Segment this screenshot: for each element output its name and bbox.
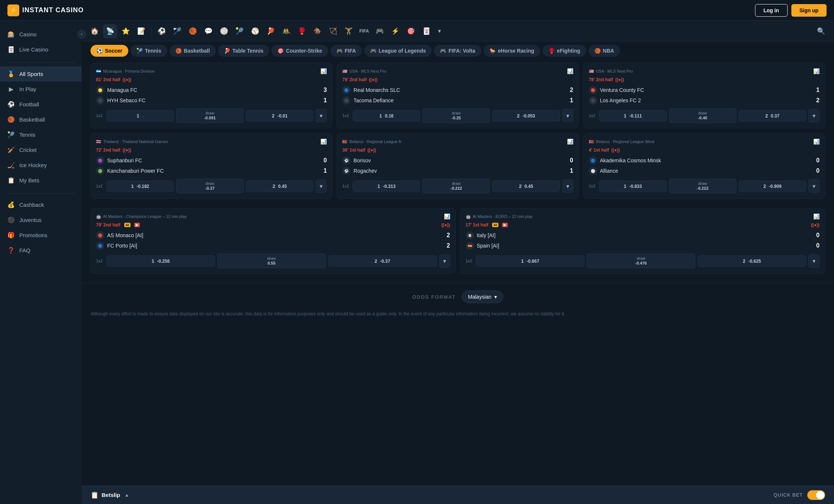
- tab-tennis[interactable]: 🎾 Tennis: [131, 45, 167, 57]
- sidebar-item-casino[interactable]: 🎰 Casino: [0, 27, 82, 42]
- odd2-m4[interactable]: 2 0.45: [246, 180, 313, 192]
- tab-ehorse[interactable]: 🐎 eHorse Racing: [484, 45, 540, 57]
- team1-score-m7: 2: [447, 232, 450, 239]
- match-card-m1: 🇳🇮 Nicaragua · Primera Division 📊 81' 2n…: [90, 63, 332, 129]
- sidebar-item-ice-hockey[interactable]: 🏒 Ice Hockey: [0, 158, 82, 173]
- betslip-left[interactable]: 📋 Betslip ▲: [90, 491, 129, 499]
- sidebar-item-all-sports[interactable]: 🏅 All Sports: [0, 66, 82, 82]
- odds-more-m7[interactable]: ▾: [439, 254, 450, 268]
- odd2-m5[interactable]: 2 0.45: [492, 180, 560, 192]
- sidebar-item-promotions[interactable]: 🎁 Promotions: [0, 228, 82, 243]
- match-card-m6: 🇧🇾 Belarus · Regional League West 📊 4' 1…: [583, 133, 825, 199]
- tab-fifa-volta[interactable]: 🎮 FIFA: Volta: [434, 45, 481, 57]
- odds-more-m2[interactable]: ▾: [562, 109, 573, 122]
- nav-icon-archery[interactable]: 🏹: [326, 24, 340, 38]
- odds-format-select[interactable]: Malaysian ▾: [462, 291, 503, 303]
- tab-efighting[interactable]: 🥊 eFighting: [543, 45, 586, 57]
- odd2-m6[interactable]: 2 -0.909: [739, 180, 806, 192]
- nav-icon-tennis[interactable]: 🎾: [233, 24, 247, 38]
- tab-soccer[interactable]: ⚽ Soccer: [90, 45, 128, 57]
- odd-draw-m7[interactable]: draw 0.55: [217, 253, 326, 268]
- odd2-m1[interactable]: 2 -0.01: [246, 110, 313, 122]
- odds-more-m4[interactable]: ▾: [316, 179, 327, 193]
- odds-more-m8[interactable]: ▾: [808, 254, 820, 268]
- odd2-m3[interactable]: 2 0.37: [739, 110, 806, 122]
- team1-name-m5: Borisov: [353, 158, 371, 163]
- nav-icon-fifa[interactable]: FIFA: [357, 24, 371, 38]
- tab-nba[interactable]: 🏀 NBA: [589, 45, 620, 57]
- signup-button[interactable]: Sign up: [791, 4, 827, 17]
- sidebar-item-cashback[interactable]: 💰 Cashback: [0, 197, 82, 212]
- odds-more-m5[interactable]: ▾: [562, 179, 573, 193]
- odd1-m4[interactable]: 1 -0.182: [106, 180, 174, 192]
- odd-draw-m4[interactable]: draw -0.37: [176, 179, 244, 193]
- odd-draw-m2[interactable]: draw -0.25: [422, 108, 490, 123]
- nav-icon-baseball[interactable]: ⚾: [248, 24, 262, 38]
- stats-icon-m4[interactable]: 📊: [320, 139, 327, 145]
- nav-icon-esport2[interactable]: ⚡: [388, 24, 402, 38]
- nav-icon-betslip[interactable]: 📝: [134, 24, 148, 38]
- sidebar-item-live-casino[interactable]: 🃏 Live Casino: [0, 42, 82, 57]
- tab-basketball[interactable]: 🏀 Basketball: [169, 45, 216, 57]
- nav-search-icon[interactable]: 🔍: [814, 24, 828, 38]
- login-button[interactable]: Log in: [755, 4, 788, 17]
- odd1-m2[interactable]: 1 0.16: [353, 110, 420, 122]
- nav-icon-weightlifting[interactable]: 🏋️: [342, 24, 356, 38]
- nav-icon-home[interactable]: 🏠: [88, 24, 102, 38]
- odd2-m7[interactable]: 2 -0.37: [328, 255, 437, 267]
- stats-icon-m8[interactable]: 📊: [813, 213, 820, 219]
- quick-bet-toggle[interactable]: [807, 490, 825, 500]
- odd1-m7[interactable]: 1 -0.256: [106, 255, 215, 267]
- sidebar-item-in-play[interactable]: ▶ In Play: [0, 82, 82, 97]
- odd-draw-m1[interactable]: draw -0.091: [176, 108, 244, 123]
- soccer-tab-icon: ⚽: [96, 48, 103, 54]
- stats-icon-m5[interactable]: 📊: [567, 139, 573, 145]
- odd-draw-m6[interactable]: draw -0.222: [669, 179, 736, 193]
- sidebar-item-football[interactable]: ⚽ Football: [0, 97, 82, 112]
- nav-icon-favorites[interactable]: ⭐: [119, 24, 133, 38]
- odd1-m8[interactable]: 1 -0.667: [476, 255, 584, 267]
- odd2-m2[interactable]: 2 -0.053: [492, 110, 560, 122]
- odds-more-m1[interactable]: ▾: [316, 109, 327, 122]
- nav-icon-table-tennis[interactable]: 🏓: [264, 24, 278, 38]
- odd1-m6[interactable]: 1 -0.833: [599, 180, 666, 192]
- odd-draw-m5[interactable]: draw -0.222: [422, 179, 490, 193]
- odd2-m8[interactable]: 2 -0.625: [698, 255, 806, 267]
- stats-icon-m6[interactable]: 📊: [813, 139, 820, 145]
- nav-icon-esport1[interactable]: 🎮: [373, 24, 387, 38]
- stats-icon-m2[interactable]: 📊: [567, 68, 573, 74]
- nav-icon-chat[interactable]: 💬: [201, 24, 215, 38]
- odd1-m3[interactable]: 1 -0.111: [599, 110, 666, 122]
- nav-icon-wrestling[interactable]: 🤼: [279, 24, 293, 38]
- tab-table-tennis[interactable]: 🏓 Table Tennis: [218, 45, 270, 57]
- tab-counter-strike[interactable]: 🎯 Counter-Strike: [271, 45, 328, 57]
- stats-icon-m7[interactable]: 📊: [444, 213, 450, 219]
- stats-icon-m3[interactable]: 📊: [813, 68, 820, 74]
- nav-icon-mma[interactable]: 🥊: [295, 24, 309, 38]
- nav-icon-esport4[interactable]: 🃏: [419, 24, 434, 38]
- odd1-m5[interactable]: 1 -0.313: [353, 180, 420, 192]
- odds-more-m3[interactable]: ▾: [808, 109, 820, 122]
- nav-icon-basketball[interactable]: 🏀: [186, 24, 200, 38]
- odd1-m1[interactable]: 1 -: [106, 110, 174, 122]
- tab-fifa[interactable]: 🎮 FIFA: [330, 45, 362, 57]
- nav-more-icon[interactable]: ▾: [435, 27, 444, 34]
- sidebar-item-my-bets[interactable]: 📋 My Bets: [0, 173, 82, 188]
- tab-lol[interactable]: 🎮 League of Legends: [364, 45, 432, 57]
- stats-icon-m1[interactable]: 📊: [320, 68, 327, 74]
- nav-icon-soccer[interactable]: ⚽: [155, 24, 169, 38]
- sidebar-item-basketball[interactable]: 🏀 Basketball: [0, 112, 82, 127]
- sidebar-collapse-button[interactable]: ‹: [77, 30, 86, 39]
- nav-icon-live[interactable]: 📡: [103, 24, 117, 38]
- odds-more-m6[interactable]: ▾: [808, 179, 820, 193]
- sidebar-item-faq[interactable]: ❓ FAQ: [0, 243, 82, 258]
- odd-draw-m3[interactable]: draw -0.40: [669, 108, 736, 123]
- odd-draw-m8[interactable]: draw -0.476: [587, 253, 695, 268]
- sidebar-item-juventus[interactable]: ⚫ Juventus: [0, 212, 82, 228]
- nav-icon-horse[interactable]: 🏇: [310, 24, 324, 38]
- nav-icon-volleyball[interactable]: 🏐: [217, 24, 231, 38]
- nav-icon-esport3[interactable]: 🎯: [404, 24, 418, 38]
- nav-icon-badminton[interactable]: 🏸: [170, 24, 184, 38]
- sidebar-item-cricket[interactable]: 🏏 Cricket: [0, 142, 82, 158]
- sidebar-item-tennis[interactable]: 🎾 Tennis: [0, 127, 82, 142]
